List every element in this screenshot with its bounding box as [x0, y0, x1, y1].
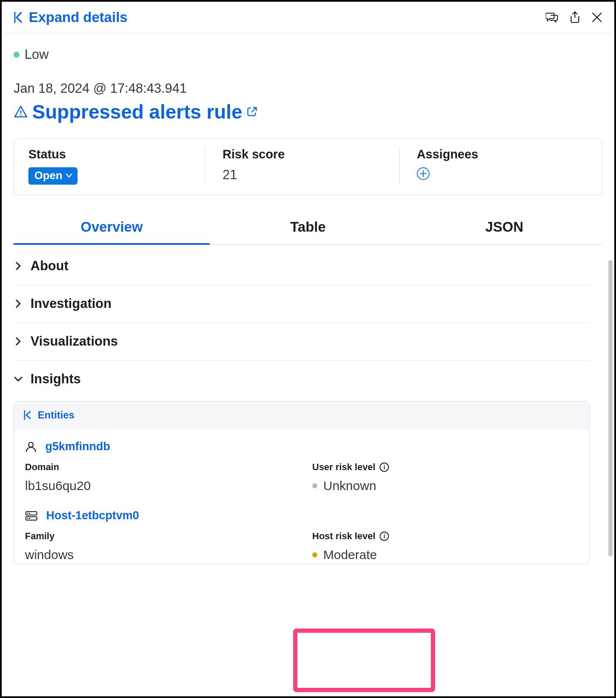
entity-host-link[interactable]: Host-1etbcptvm0: [46, 509, 139, 522]
host-risk-cell: Host risk level i Moderate: [308, 531, 578, 562]
user-domain-label: Domain: [25, 462, 291, 473]
user-domain-cell: Domain lb1su6qu20: [25, 462, 291, 493]
add-assignee-button[interactable]: [417, 167, 430, 180]
svg-point-8: [29, 518, 31, 519]
svg-point-5: [28, 512, 29, 514]
collapse-left-icon: [14, 11, 23, 24]
severity-dot-icon: [14, 52, 19, 58]
user-risk-label: User risk level: [312, 462, 375, 473]
status-badge[interactable]: Open: [28, 167, 78, 185]
svg-point-2: [29, 442, 33, 447]
stat-assignees: Assignees: [400, 147, 594, 185]
risk-dot-icon: [312, 483, 317, 488]
highlight-annotation: [293, 629, 435, 692]
svg-point-1: [20, 114, 21, 116]
section-visualizations-title: Visualizations: [31, 334, 118, 349]
host-family-label: Family: [25, 531, 291, 542]
expand-details-label: Expand details: [29, 9, 128, 25]
chat-icon[interactable]: [546, 12, 558, 23]
tab-table[interactable]: Table: [210, 212, 406, 244]
svg-point-6: [29, 512, 31, 514]
section-about[interactable]: About: [14, 247, 590, 285]
chevron-down-icon: [66, 173, 72, 178]
user-risk-value: Unknown: [323, 479, 376, 493]
risk-dot-icon: [312, 552, 317, 557]
section-investigation[interactable]: Investigation: [14, 285, 590, 323]
section-about-title: About: [31, 258, 69, 274]
info-icon[interactable]: i: [380, 463, 389, 472]
stat-status: Status Open: [22, 147, 205, 185]
entity-user-block: g5kmfinndb Domain lb1su6qu20 User risk l…: [14, 429, 589, 495]
host-icon: [25, 511, 38, 521]
host-family-cell: Family windows: [25, 531, 291, 562]
alert-timestamp: Jan 18, 2024 @ 17:48:43.941: [14, 81, 602, 96]
header-actions: [546, 11, 602, 24]
risk-score-label: Risk score: [222, 147, 393, 161]
user-risk-cell: User risk level i Unknown: [308, 462, 578, 493]
chevron-right-icon: [14, 337, 23, 346]
severity-indicator: Low: [14, 47, 602, 62]
close-icon[interactable]: [591, 12, 602, 23]
status-label: Status: [28, 147, 199, 161]
risk-score-value: 21: [222, 167, 237, 182]
expand-details-link[interactable]: Expand details: [14, 9, 128, 25]
assignees-label: Assignees: [417, 147, 588, 161]
severity-label: Low: [25, 47, 49, 62]
entities-header[interactable]: Entities: [14, 402, 589, 429]
section-visualizations[interactable]: Visualizations: [14, 323, 590, 360]
section-insights-title: Insights: [31, 371, 81, 387]
entity-user-link[interactable]: g5kmfinndb: [45, 440, 110, 453]
user-icon: [25, 441, 37, 453]
host-risk-label: Host risk level: [312, 531, 375, 542]
external-link-icon[interactable]: [247, 106, 258, 117]
tab-overview[interactable]: Overview: [14, 212, 210, 244]
user-domain-value: lb1su6qu20: [25, 479, 291, 493]
tabs: Overview Table JSON: [14, 212, 602, 245]
svg-point-7: [28, 518, 29, 519]
chevron-right-icon: [14, 261, 23, 271]
collapse-left-icon: [23, 410, 32, 421]
alert-warning-icon: [14, 105, 28, 119]
entities-title: Entities: [38, 409, 75, 421]
tab-json[interactable]: JSON: [406, 212, 602, 244]
status-value: Open: [34, 169, 62, 182]
share-icon[interactable]: [569, 11, 580, 24]
stats-card: Status Open Risk score 21 Assignees: [14, 138, 602, 195]
plus-icon: [420, 170, 427, 177]
stat-risk-score: Risk score 21: [205, 147, 399, 185]
chevron-right-icon: [14, 299, 23, 308]
chevron-down-icon: [14, 374, 23, 384]
section-investigation-title: Investigation: [31, 296, 111, 311]
section-insights[interactable]: Insights: [14, 360, 590, 398]
info-icon[interactable]: i: [380, 532, 389, 541]
entity-host-block: Host-1etbcptvm0 Family windows Host risk…: [14, 495, 589, 564]
host-risk-value: Moderate: [323, 548, 377, 562]
host-family-value: windows: [25, 548, 291, 562]
entities-card: Entities g5kmfinndb Domain: [14, 401, 590, 564]
panel-header: Expand details: [2, 2, 614, 33]
rule-title-link[interactable]: Suppressed alerts rule: [32, 100, 242, 123]
scrollbar[interactable]: [608, 260, 613, 557]
